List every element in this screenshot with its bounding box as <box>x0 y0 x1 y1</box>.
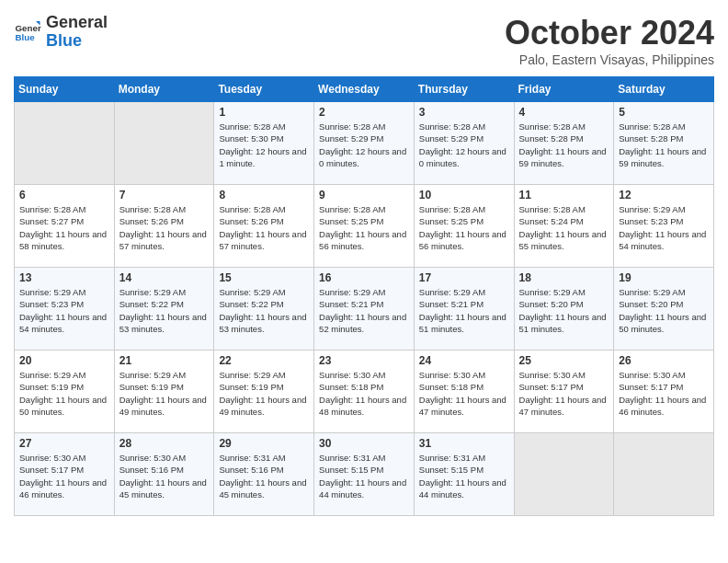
location-subtitle: Palo, Eastern Visayas, Philippines <box>505 52 714 67</box>
calendar-cell <box>114 102 214 185</box>
calendar-cell <box>514 433 614 516</box>
calendar-week-4: 20Sunrise: 5:29 AMSunset: 5:19 PMDayligh… <box>15 350 714 433</box>
day-number: 27 <box>19 437 109 450</box>
calendar-week-1: 1Sunrise: 5:28 AMSunset: 5:30 PMDaylight… <box>15 102 714 185</box>
calendar-cell: 6Sunrise: 5:28 AMSunset: 5:27 PMDaylight… <box>15 185 115 268</box>
day-number: 3 <box>419 106 509 119</box>
title-block: October 2024 Palo, Eastern Visayas, Phil… <box>505 14 714 67</box>
day-number: 17 <box>419 271 509 284</box>
day-number: 22 <box>219 354 309 367</box>
day-number: 20 <box>19 354 109 367</box>
calendar-cell: 1Sunrise: 5:28 AMSunset: 5:30 PMDaylight… <box>214 102 314 185</box>
calendar-cell: 21Sunrise: 5:29 AMSunset: 5:19 PMDayligh… <box>114 350 214 433</box>
day-number: 28 <box>119 437 210 450</box>
calendar-cell: 16Sunrise: 5:29 AMSunset: 5:21 PMDayligh… <box>314 268 415 350</box>
calendar-cell: 31Sunrise: 5:31 AMSunset: 5:15 PMDayligh… <box>414 433 514 516</box>
day-number: 13 <box>19 271 109 284</box>
day-number: 19 <box>619 271 709 284</box>
day-number: 25 <box>519 354 609 367</box>
calendar-cell: 27Sunrise: 5:30 AMSunset: 5:17 PMDayligh… <box>15 433 115 516</box>
day-info: Sunrise: 5:28 AMSunset: 5:28 PMDaylight:… <box>519 121 609 169</box>
calendar-cell: 19Sunrise: 5:29 AMSunset: 5:20 PMDayligh… <box>614 268 714 350</box>
calendar-header-row: SundayMondayTuesdayWednesdayThursdayFrid… <box>15 77 714 102</box>
day-info: Sunrise: 5:29 AMSunset: 5:21 PMDaylight:… <box>319 286 409 335</box>
day-info: Sunrise: 5:28 AMSunset: 5:29 PMDaylight:… <box>419 121 509 169</box>
calendar-cell: 11Sunrise: 5:28 AMSunset: 5:24 PMDayligh… <box>514 185 614 268</box>
calendar-cell <box>15 102 115 185</box>
day-info: Sunrise: 5:29 AMSunset: 5:22 PMDaylight:… <box>119 286 210 335</box>
calendar-cell <box>614 433 714 516</box>
day-number: 15 <box>219 271 309 284</box>
day-number: 4 <box>519 106 609 119</box>
calendar-cell: 22Sunrise: 5:29 AMSunset: 5:19 PMDayligh… <box>214 350 314 433</box>
calendar-cell: 25Sunrise: 5:30 AMSunset: 5:17 PMDayligh… <box>514 350 614 433</box>
calendar-cell: 20Sunrise: 5:29 AMSunset: 5:19 PMDayligh… <box>15 350 115 433</box>
day-number: 12 <box>619 189 709 201</box>
day-number: 1 <box>219 106 309 119</box>
day-number: 29 <box>219 437 309 450</box>
day-info: Sunrise: 5:30 AMSunset: 5:16 PMDaylight:… <box>119 452 210 500</box>
weekday-header-friday: Friday <box>514 77 614 102</box>
day-info: Sunrise: 5:28 AMSunset: 5:29 PMDaylight:… <box>319 121 409 169</box>
day-info: Sunrise: 5:28 AMSunset: 5:26 PMDaylight:… <box>219 203 309 252</box>
logo-general: General <box>46 13 108 31</box>
weekday-header-wednesday: Wednesday <box>314 77 415 102</box>
calendar-week-3: 13Sunrise: 5:29 AMSunset: 5:23 PMDayligh… <box>15 268 714 350</box>
day-info: Sunrise: 5:30 AMSunset: 5:17 PMDaylight:… <box>619 369 709 418</box>
calendar-cell: 4Sunrise: 5:28 AMSunset: 5:28 PMDaylight… <box>514 102 614 185</box>
calendar-body: 1Sunrise: 5:28 AMSunset: 5:30 PMDaylight… <box>15 102 714 516</box>
day-info: Sunrise: 5:28 AMSunset: 5:27 PMDaylight:… <box>19 203 109 252</box>
weekday-header-monday: Monday <box>114 77 214 102</box>
day-info: Sunrise: 5:29 AMSunset: 5:19 PMDaylight:… <box>119 369 210 418</box>
day-info: Sunrise: 5:31 AMSunset: 5:16 PMDaylight:… <box>219 452 309 500</box>
calendar-cell: 17Sunrise: 5:29 AMSunset: 5:21 PMDayligh… <box>414 268 514 350</box>
day-info: Sunrise: 5:29 AMSunset: 5:22 PMDaylight:… <box>219 286 309 335</box>
calendar-cell: 29Sunrise: 5:31 AMSunset: 5:16 PMDayligh… <box>214 433 314 516</box>
month-title: October 2024 <box>505 14 714 52</box>
calendar-cell: 18Sunrise: 5:29 AMSunset: 5:20 PMDayligh… <box>514 268 614 350</box>
calendar-cell: 23Sunrise: 5:30 AMSunset: 5:18 PMDayligh… <box>314 350 415 433</box>
day-number: 26 <box>619 354 709 367</box>
day-number: 10 <box>419 189 509 201</box>
day-info: Sunrise: 5:28 AMSunset: 5:28 PMDaylight:… <box>619 121 709 169</box>
day-info: Sunrise: 5:30 AMSunset: 5:17 PMDaylight:… <box>19 452 109 500</box>
day-number: 14 <box>119 271 210 284</box>
calendar-cell: 7Sunrise: 5:28 AMSunset: 5:26 PMDaylight… <box>114 185 214 268</box>
day-info: Sunrise: 5:28 AMSunset: 5:26 PMDaylight:… <box>119 203 210 252</box>
day-number: 30 <box>319 437 409 450</box>
svg-text:Blue: Blue <box>16 32 36 42</box>
day-number: 9 <box>319 189 409 201</box>
weekday-header-sunday: Sunday <box>15 77 115 102</box>
day-info: Sunrise: 5:31 AMSunset: 5:15 PMDaylight:… <box>319 452 409 500</box>
weekday-header-saturday: Saturday <box>614 77 714 102</box>
calendar-cell: 14Sunrise: 5:29 AMSunset: 5:22 PMDayligh… <box>114 268 214 350</box>
day-info: Sunrise: 5:29 AMSunset: 5:23 PMDaylight:… <box>19 286 109 335</box>
day-number: 23 <box>319 354 409 367</box>
page-header: General Blue General Blue October 2024 P… <box>14 14 714 67</box>
weekday-header-tuesday: Tuesday <box>214 77 314 102</box>
logo: General Blue General Blue <box>14 14 108 51</box>
calendar-table: SundayMondayTuesdayWednesdayThursdayFrid… <box>14 76 714 516</box>
day-info: Sunrise: 5:30 AMSunset: 5:18 PMDaylight:… <box>319 369 409 418</box>
logo-icon: General Blue <box>14 18 41 46</box>
calendar-cell: 2Sunrise: 5:28 AMSunset: 5:29 PMDaylight… <box>314 102 415 185</box>
calendar-cell: 30Sunrise: 5:31 AMSunset: 5:15 PMDayligh… <box>314 433 415 516</box>
day-number: 11 <box>519 189 609 201</box>
calendar-cell: 10Sunrise: 5:28 AMSunset: 5:25 PMDayligh… <box>414 185 514 268</box>
calendar-week-5: 27Sunrise: 5:30 AMSunset: 5:17 PMDayligh… <box>15 433 714 516</box>
day-info: Sunrise: 5:29 AMSunset: 5:21 PMDaylight:… <box>419 286 509 335</box>
day-number: 5 <box>619 106 709 119</box>
weekday-header-thursday: Thursday <box>414 77 514 102</box>
calendar-cell: 3Sunrise: 5:28 AMSunset: 5:29 PMDaylight… <box>414 102 514 185</box>
day-number: 18 <box>519 271 609 284</box>
day-number: 7 <box>119 189 210 201</box>
day-info: Sunrise: 5:29 AMSunset: 5:19 PMDaylight:… <box>219 369 309 418</box>
day-info: Sunrise: 5:29 AMSunset: 5:20 PMDaylight:… <box>619 286 709 335</box>
day-info: Sunrise: 5:29 AMSunset: 5:23 PMDaylight:… <box>619 203 709 252</box>
calendar-cell: 15Sunrise: 5:29 AMSunset: 5:22 PMDayligh… <box>214 268 314 350</box>
day-info: Sunrise: 5:31 AMSunset: 5:15 PMDaylight:… <box>419 452 509 500</box>
day-number: 16 <box>319 271 409 284</box>
day-number: 24 <box>419 354 509 367</box>
logo-text: General Blue <box>46 14 108 51</box>
logo-blue: Blue <box>46 31 82 50</box>
